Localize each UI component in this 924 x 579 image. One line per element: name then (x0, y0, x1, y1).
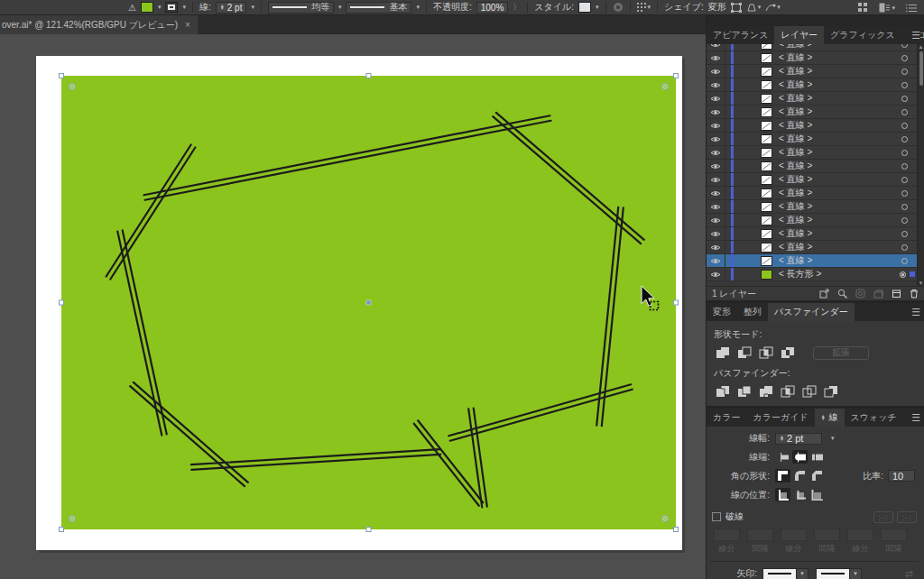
style-dropdown-icon[interactable]: ▾ (596, 4, 599, 11)
tab-transform[interactable]: 変形 (707, 303, 737, 321)
layer-row-line[interactable]: < 直線 > (707, 160, 917, 173)
selection-handle[interactable] (674, 528, 679, 532)
new-sublayer-icon[interactable] (873, 289, 883, 299)
dash-field[interactable] (847, 528, 873, 541)
swap-arrows-icon[interactable]: ⇄ (905, 568, 913, 579)
visibility-eye-icon[interactable] (707, 119, 725, 132)
visibility-eye-icon[interactable] (707, 92, 725, 105)
layer-target-circle[interactable] (901, 69, 908, 75)
puppet-warp-icon[interactable]: ▾ (765, 3, 781, 13)
brush-dropdown[interactable]: 基本 (346, 2, 411, 14)
layer-target-circle[interactable] (901, 44, 908, 48)
visibility-eye-icon[interactable] (707, 227, 725, 240)
layer-row-line[interactable]: < 直線 > (707, 227, 917, 241)
layer-row-line[interactable]: < 直線 > (707, 65, 917, 78)
close-tab-icon[interactable]: × (185, 20, 190, 30)
arrow-end-dropdown-icon[interactable]: ▼ (850, 568, 862, 579)
cap-projecting-button[interactable] (809, 450, 825, 464)
visibility-eye-icon[interactable] (707, 241, 725, 253)
new-layer-icon[interactable] (892, 289, 901, 299)
visibility-eye-icon[interactable] (707, 51, 725, 64)
layers-scrollbar[interactable]: ▲ ▼ (917, 44, 924, 286)
arrow-start-dropdown-icon[interactable]: ▼ (797, 568, 808, 579)
minus-back-button[interactable] (822, 384, 839, 399)
layer-target-circle[interactable] (901, 82, 908, 88)
layer-row-rectangle[interactable]: < 長方形 > (707, 268, 917, 281)
stroke-width-dropdown-icon[interactable]: ▾ (251, 4, 254, 11)
cap-butt-button[interactable] (775, 450, 790, 464)
stroke-dropdown-icon[interactable]: ▾ (182, 4, 186, 11)
list-menu-icon[interactable] (906, 4, 917, 13)
stepper-icon[interactable]: ▲▼ (780, 436, 784, 441)
layer-row-line[interactable]: < 直線 > (707, 106, 917, 119)
exclude-button[interactable] (779, 345, 796, 360)
miter-ratio-field[interactable]: 10 (888, 470, 915, 482)
visibility-eye-icon[interactable] (707, 187, 725, 199)
layer-target-circle[interactable] (901, 177, 908, 183)
join-round-button[interactable] (792, 469, 808, 482)
layer-row-line[interactable]: < 直線 > (707, 241, 917, 254)
dashed-line-checkbox[interactable] (712, 512, 721, 521)
layer-row-line[interactable]: < 直線 > (707, 44, 917, 51)
dash-preserve-icon[interactable]: ¦‒¦ (873, 511, 893, 523)
layer-target-circle[interactable] (901, 217, 908, 224)
tab-swatches[interactable]: スウォッチ (845, 409, 903, 427)
tab-layers[interactable]: レイヤー (774, 26, 824, 44)
stroke-color-swatch[interactable] (165, 2, 178, 13)
gap-field[interactable] (747, 528, 773, 541)
visibility-eye-icon[interactable] (707, 268, 725, 280)
layer-target-circle[interactable] (901, 150, 908, 156)
selection-handle[interactable] (674, 74, 679, 78)
visibility-eye-icon[interactable] (707, 160, 725, 172)
locate-object-icon[interactable] (837, 289, 847, 299)
stroke-weight-field[interactable]: ▲▼ 2 pt (775, 433, 822, 445)
panel-menu-icon[interactable]: ☰ (908, 409, 920, 427)
width-profile-dropdown[interactable]: 均等 (268, 2, 334, 14)
layer-row-line[interactable]: < 直線 > (707, 146, 917, 160)
merge-button[interactable] (757, 384, 774, 399)
visibility-eye-icon[interactable] (707, 200, 725, 213)
join-bevel-button[interactable] (809, 469, 825, 482)
visibility-eye-icon[interactable] (707, 78, 725, 91)
gap-field[interactable] (881, 528, 907, 541)
unite-button[interactable] (714, 345, 731, 360)
align-inside-button[interactable] (792, 488, 808, 501)
layer-target-circle[interactable] (901, 190, 908, 197)
visibility-eye-icon[interactable] (707, 44, 725, 51)
layer-row-line[interactable]: < 直線 > (707, 78, 917, 92)
recolor-artwork-icon[interactable] (613, 2, 624, 13)
layer-target-circle[interactable] (901, 258, 908, 264)
arrow-start-combo[interactable]: ▼ (762, 568, 808, 579)
delete-layer-icon[interactable] (910, 289, 919, 299)
layer-row-line[interactable]: < 直線 > (707, 187, 917, 200)
layer-target-circle[interactable] (901, 136, 908, 142)
weight-dropdown-icon[interactable]: ▾ (831, 435, 835, 442)
layer-target-circle[interactable] (901, 109, 908, 115)
cap-round-button[interactable] (792, 450, 808, 464)
document-tab[interactable]: over.ai* @ 121.42%(RGB/GPU プレビュー) × (0, 15, 198, 34)
layer-row-line[interactable]: < 直線 > (707, 254, 917, 268)
collect-for-export-icon[interactable] (819, 289, 829, 299)
dash-align-icon[interactable]: ¦‒¦ (897, 511, 917, 523)
fill-dropdown-icon[interactable]: ▾ (158, 4, 162, 11)
transform-button[interactable]: 変形 (708, 1, 726, 14)
tab-pathfinder[interactable]: パスファインダー (768, 303, 855, 321)
outline-button[interactable] (800, 384, 818, 399)
crop-button[interactable] (779, 384, 796, 399)
visibility-eye-icon[interactable] (707, 65, 725, 78)
brush-dropdown-icon[interactable]: ▾ (416, 4, 420, 11)
center-point[interactable] (366, 300, 371, 305)
layer-target-circle[interactable] (901, 231, 908, 237)
layer-row-line[interactable]: < 直線 > (707, 51, 917, 65)
scrollbar-thumb[interactable] (919, 51, 923, 86)
selection-handle[interactable] (366, 74, 371, 78)
align-center-button[interactable] (775, 488, 790, 501)
selection-handle[interactable] (60, 300, 64, 305)
layer-row-line[interactable]: < 直線 > (707, 119, 917, 133)
opacity-panel-chevron[interactable]: 〉 (513, 2, 521, 14)
visibility-eye-icon[interactable] (707, 133, 725, 145)
scroll-up-icon[interactable]: ▲ (919, 44, 924, 50)
dash-field[interactable] (714, 528, 740, 541)
visibility-eye-icon[interactable] (707, 106, 725, 118)
panel-menu-icon[interactable]: ☰ (908, 26, 920, 44)
